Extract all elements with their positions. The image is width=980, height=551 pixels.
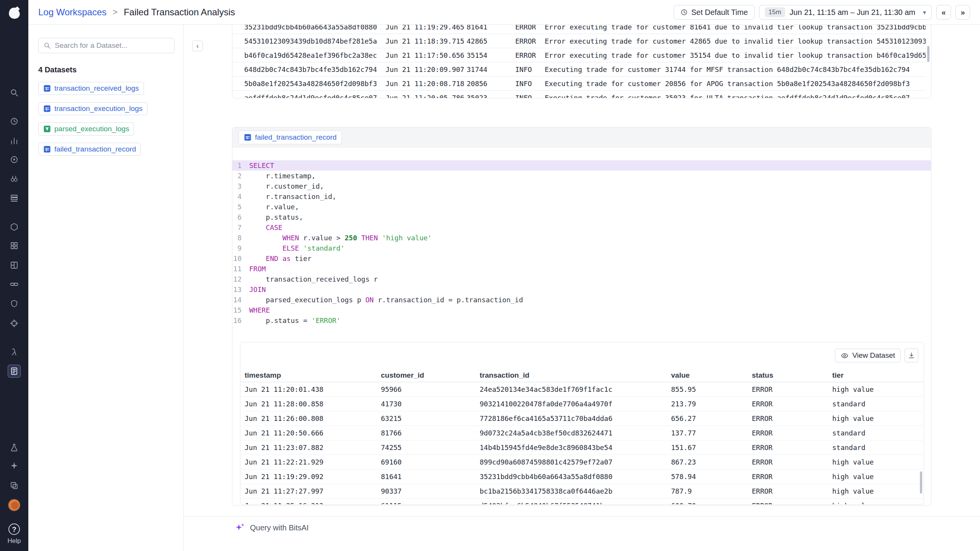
collapse-panel-button[interactable]: ‹ bbox=[192, 41, 203, 51]
synthetics-icon[interactable] bbox=[8, 317, 21, 330]
download-button[interactable] bbox=[905, 349, 918, 362]
results-row[interactable]: Jun 21 11:23:07.8827425514b4b15945fd4e9e… bbox=[240, 440, 924, 455]
bits-ai-icon[interactable] bbox=[8, 459, 21, 472]
workspaces-icon[interactable] bbox=[8, 479, 21, 492]
log-table-cell: 35231bdd9cbb4b60a6643a55a8df0880Jun 21 1… bbox=[232, 25, 931, 98]
dataset-chip-failed_transaction_record[interactable]: failed_transaction_record bbox=[38, 143, 141, 156]
line-number: 10 bbox=[232, 253, 249, 264]
set-default-time-button[interactable]: Set Default Time bbox=[674, 5, 755, 20]
view-dataset-button[interactable]: View Dataset bbox=[835, 349, 901, 362]
sql-line[interactable]: 2 r.timestamp, bbox=[232, 171, 931, 181]
sql-line[interactable]: 13JOIN bbox=[232, 284, 931, 295]
sql-line[interactable]: 3 r.customer_id, bbox=[232, 181, 931, 191]
app-root: ? Help Log Workspaces > Failed Transacti… bbox=[0, 0, 980, 551]
log-table-row[interactable]: 5b0a8e1f202543a48284650f2d098bf3Jun 21 1… bbox=[232, 77, 926, 91]
results-column-header[interactable]: customer_id bbox=[381, 371, 480, 380]
dataset-search bbox=[38, 38, 175, 53]
results-panel: View Dataset timestampcustomer_idtransac… bbox=[240, 342, 924, 505]
line-number: 14 bbox=[232, 295, 249, 305]
apm-icon[interactable] bbox=[8, 220, 21, 233]
sql-line[interactable]: 8 WHEN r.value > 250 THEN 'high value' bbox=[232, 233, 931, 243]
dataset-chip-failed-transaction-record[interactable]: failed_transaction_record bbox=[238, 130, 342, 144]
results-column-header[interactable]: value bbox=[671, 371, 752, 380]
log-workspaces-icon[interactable] bbox=[8, 365, 21, 378]
time-shift-forward-button[interactable]: » bbox=[956, 5, 970, 20]
metrics-icon[interactable] bbox=[8, 134, 21, 147]
sql-line[interactable]: 12 transaction_received_logs r bbox=[232, 274, 931, 284]
log-table-row[interactable]: 648d2b0c74c843b7bc4fe35db162c794Jun 21 1… bbox=[232, 62, 926, 77]
log-table-row[interactable]: b46f0ca19d65428ea1ef396fbc2a38ecJun 21 1… bbox=[232, 48, 926, 62]
results-column-header[interactable]: status bbox=[752, 371, 832, 380]
line-number: 13 bbox=[232, 284, 249, 295]
results-row[interactable]: Jun 21 11:20:50.666817669d0732c24a5a4cb3… bbox=[240, 426, 924, 440]
infrastructure-icon[interactable] bbox=[8, 192, 21, 205]
sql-line[interactable]: 6 p.status, bbox=[232, 212, 931, 222]
table-icon bbox=[43, 145, 51, 153]
results-column-header[interactable]: timestamp bbox=[245, 371, 381, 380]
serverless-icon[interactable] bbox=[8, 346, 21, 359]
line-number: 8 bbox=[232, 233, 249, 243]
sql-line[interactable]: 16 p.status = 'ERROR' bbox=[232, 315, 931, 326]
workspace-canvas: ‹ 35231bdd9cbb4b60a6643a55a8df0880Jun 21… bbox=[184, 25, 980, 551]
sql-editor[interactable]: 1SELECT2 r.timestamp,3 r.customer_id,4 r… bbox=[232, 147, 931, 326]
time-shift-back-button[interactable]: « bbox=[936, 5, 951, 20]
results-row[interactable]: Jun 21 11:19:29.0928164135231bdd9cbb4b60… bbox=[240, 469, 924, 484]
sql-line[interactable]: 9 ELSE 'standard' bbox=[232, 243, 931, 253]
labs-icon[interactable] bbox=[8, 441, 21, 454]
security-icon[interactable] bbox=[8, 297, 21, 310]
log-table-row[interactable]: aefdffdeb8c24d1d9ecfed0c4c85ce07Jun 21 1… bbox=[232, 91, 926, 98]
log-table-row[interactable]: 545310123093439db10d874bef281e5aJun 21 1… bbox=[232, 34, 926, 48]
help-button[interactable]: ? Help bbox=[0, 523, 28, 545]
search-icon[interactable] bbox=[8, 86, 21, 99]
user-avatar[interactable] bbox=[8, 499, 21, 512]
history-icon[interactable] bbox=[8, 115, 21, 128]
line-number: 5 bbox=[232, 202, 249, 212]
scrollbar-thumb[interactable] bbox=[920, 471, 922, 494]
line-number: 16 bbox=[232, 315, 249, 326]
sql-line[interactable]: 11FROM bbox=[232, 264, 931, 274]
dataset-chip-parsed_execution_logs[interactable]: parsed_execution_logs bbox=[38, 122, 134, 135]
help-label: Help bbox=[0, 537, 28, 545]
sql-line[interactable]: 4 r.transaction_id, bbox=[232, 191, 931, 202]
line-number: 9 bbox=[232, 243, 249, 253]
results-row[interactable]: Jun 21 11:22:21.92969160899cd90a60874598… bbox=[240, 455, 924, 469]
transform-icon bbox=[43, 125, 51, 133]
top-header: Log Workspaces > Failed Transaction Anal… bbox=[28, 0, 980, 25]
bitsai-query-label[interactable]: Query with BitsAI bbox=[250, 523, 309, 533]
line-number: 3 bbox=[232, 181, 249, 191]
results-row[interactable]: Jun 21 11:20:01.4389596624ea520134e34ac5… bbox=[240, 382, 924, 397]
results-rows: Jun 21 11:20:01.4389596624ea520134e34ac5… bbox=[240, 382, 924, 505]
results-row[interactable]: Jun 21 11:26:00.808632157728186ef6ca4165… bbox=[240, 411, 924, 426]
results-row[interactable]: Jun 21 11:27:27.99790337bc1ba2156b334175… bbox=[240, 484, 924, 499]
processes-icon[interactable] bbox=[8, 239, 21, 252]
dataset-chip-transaction_received_logs[interactable]: transaction_received_logs bbox=[38, 82, 144, 95]
dataset-list: transaction_received_logstransaction_exe… bbox=[38, 82, 173, 163]
time-range-picker[interactable]: 15m Jun 21, 11:15 am – Jun 21, 11:30 am … bbox=[759, 5, 932, 20]
dataset-search-input[interactable] bbox=[55, 41, 170, 50]
sql-line[interactable]: 15WHERE bbox=[232, 305, 931, 315]
sql-line[interactable]: 1SELECT bbox=[232, 160, 931, 171]
log-table-row[interactable]: 35231bdd9cbb4b60a6643a55a8df0880Jun 21 1… bbox=[232, 25, 926, 34]
sql-line[interactable]: 10 END as tier bbox=[232, 253, 931, 264]
results-row[interactable]: Jun 21 11:28:00.85841730903214100220478f… bbox=[240, 397, 924, 411]
dashboards-icon[interactable] bbox=[8, 259, 21, 272]
dataset-chip-label: failed_transaction_record bbox=[54, 145, 136, 153]
table-icon bbox=[244, 134, 252, 141]
breadcrumb-log-workspaces[interactable]: Log Workspaces bbox=[38, 7, 106, 18]
dataset-chip-transaction_execution_logs[interactable]: transaction_execution_logs bbox=[38, 102, 147, 115]
results-column-header[interactable]: tier bbox=[832, 371, 924, 380]
results-column-header[interactable]: transaction_id bbox=[480, 371, 671, 380]
page-title: Failed Transaction Analysis bbox=[124, 7, 235, 18]
watchdog-icon[interactable] bbox=[8, 153, 21, 166]
integrations-icon[interactable] bbox=[8, 278, 21, 291]
sql-line[interactable]: 7 CASE bbox=[232, 222, 931, 233]
chevron-down-icon: ▾ bbox=[923, 9, 926, 16]
datadog-logo[interactable] bbox=[6, 4, 23, 21]
dataset-chip-label: parsed_execution_logs bbox=[54, 125, 129, 133]
results-row[interactable]: Jun 21 11:25:16.21261115d5403bfac6b54840… bbox=[240, 499, 924, 505]
livetail-icon[interactable] bbox=[8, 172, 21, 185]
query-cell-header: failed_transaction_record bbox=[232, 127, 931, 147]
sql-line[interactable]: 5 r.value, bbox=[232, 202, 931, 212]
sql-line[interactable]: 14 parsed_execution_logs p ON r.transact… bbox=[232, 295, 931, 305]
scrollbar-thumb[interactable] bbox=[927, 46, 929, 62]
